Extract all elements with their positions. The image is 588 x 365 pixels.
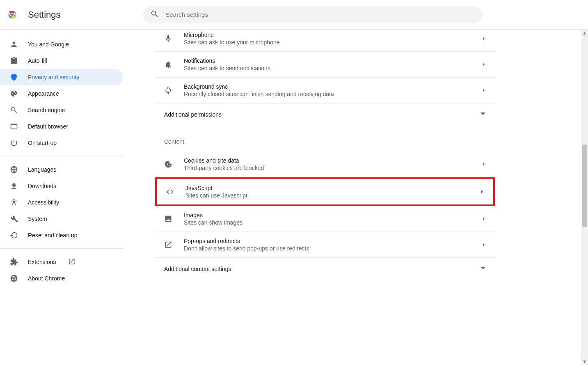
sidebar: You and Google Auto-fill Privacy and sec… bbox=[0, 30, 123, 296]
page-title: Settings bbox=[28, 9, 61, 20]
wrench-icon bbox=[10, 215, 18, 223]
setting-title: Microphone bbox=[184, 32, 482, 38]
chevron-right-icon bbox=[482, 241, 486, 248]
setting-row-javascript[interactable]: JavaScriptSites can use Javascript bbox=[155, 177, 495, 206]
search-bar[interactable] bbox=[143, 6, 483, 23]
microphone-icon bbox=[164, 34, 172, 43]
popup-icon bbox=[164, 241, 172, 249]
chevron-right-icon bbox=[482, 61, 486, 68]
sidebar-item-label: Appearance bbox=[28, 90, 59, 97]
chrome-icon bbox=[10, 274, 18, 282]
setting-row-cookies[interactable]: Cookies and site dataThird-party cookies… bbox=[155, 152, 495, 177]
chevron-right-icon bbox=[482, 215, 486, 223]
sidebar-item-default-browser[interactable]: Default browser bbox=[0, 118, 123, 135]
sidebar-item-you-and-google[interactable]: You and Google bbox=[0, 36, 123, 53]
sidebar-item-label: Privacy and security bbox=[28, 74, 79, 80]
sync-icon bbox=[164, 86, 172, 94]
chevron-right-icon bbox=[482, 87, 486, 94]
restore-icon bbox=[10, 231, 18, 239]
setting-title: JavaScript bbox=[185, 185, 480, 191]
setting-title: Images bbox=[184, 212, 482, 218]
download-icon bbox=[10, 182, 18, 190]
additional-content-row[interactable]: Additional content settings bbox=[155, 258, 495, 280]
scroll-up-icon[interactable]: ▲ bbox=[581, 30, 588, 37]
browser-icon bbox=[10, 122, 18, 131]
main-content: MicrophoneSites can ask to use your micr… bbox=[155, 30, 495, 280]
chrome-logo-icon bbox=[7, 9, 18, 21]
sidebar-item-label: Reset and clean up bbox=[28, 232, 78, 239]
sidebar-item-downloads[interactable]: Downloads bbox=[0, 178, 123, 194]
setting-row-background-sync[interactable]: Background syncRecently closed sites can… bbox=[155, 78, 495, 103]
shield-icon bbox=[10, 73, 18, 81]
chevron-down-icon bbox=[480, 111, 486, 118]
setting-subtitle: Don't allow sites to send pop-ups or use… bbox=[184, 245, 482, 252]
sidebar-item-system[interactable]: System bbox=[0, 211, 123, 227]
sidebar-item-label: Auto-fill bbox=[28, 57, 47, 64]
setting-row-images[interactable]: ImagesSites can show images bbox=[155, 206, 495, 232]
chevron-down-icon bbox=[480, 265, 486, 272]
expand-label: Additional content settings bbox=[164, 266, 231, 272]
content-section-label: Content bbox=[155, 125, 495, 152]
setting-title: Background sync bbox=[184, 83, 482, 90]
scrollbar-thumb[interactable] bbox=[582, 145, 587, 227]
sidebar-item-label: Accessibility bbox=[28, 199, 59, 206]
chevron-right-icon bbox=[480, 188, 484, 195]
setting-title: Notifications bbox=[184, 57, 482, 64]
nav-group-main: You and Google Auto-fill Privacy and sec… bbox=[0, 36, 123, 156]
setting-row-microphone[interactable]: MicrophoneSites can ask to use your micr… bbox=[155, 30, 495, 52]
sidebar-item-label: System bbox=[28, 216, 47, 222]
setting-subtitle: Sites can show images bbox=[184, 219, 482, 226]
scroll-down-icon[interactable]: ▼ bbox=[581, 358, 588, 365]
sidebar-item-startup[interactable]: On start-up bbox=[0, 135, 123, 151]
sidebar-item-extensions[interactable]: Extensions bbox=[0, 254, 123, 270]
sidebar-item-about[interactable]: About Chrome bbox=[0, 270, 123, 287]
scrollbar[interactable]: ▲ ▼ bbox=[581, 30, 588, 365]
chevron-right-icon bbox=[482, 35, 486, 42]
setting-title: Pop-ups and redirects bbox=[184, 238, 482, 244]
setting-subtitle: Sites can ask to send notifications bbox=[184, 65, 482, 71]
nav-group-footer: Extensions About Chrome bbox=[0, 254, 123, 292]
person-icon bbox=[10, 40, 18, 48]
search-icon bbox=[150, 9, 166, 20]
setting-row-popups[interactable]: Pop-ups and redirectsDon't allow sites t… bbox=[155, 232, 495, 258]
image-icon bbox=[164, 215, 172, 223]
sidebar-item-privacy-security[interactable]: Privacy and security bbox=[0, 69, 123, 85]
cookie-icon bbox=[164, 160, 172, 168]
external-link-icon bbox=[68, 258, 76, 266]
sidebar-item-label: Downloads bbox=[28, 183, 56, 189]
additional-permissions-row[interactable]: Additional permissions bbox=[155, 103, 495, 125]
expand-label: Additional permissions bbox=[164, 111, 222, 118]
sidebar-item-search-engine[interactable]: Search engine bbox=[0, 102, 123, 118]
sidebar-item-label: Default browser bbox=[28, 123, 68, 130]
sidebar-item-languages[interactable]: Languages bbox=[0, 161, 123, 178]
palette-icon bbox=[10, 90, 18, 98]
bell-icon bbox=[164, 60, 172, 69]
chevron-right-icon bbox=[482, 161, 486, 168]
sidebar-item-accessibility[interactable]: Accessibility bbox=[0, 194, 123, 211]
search-input[interactable] bbox=[166, 11, 475, 18]
sidebar-item-label: You and Google bbox=[28, 41, 69, 48]
sidebar-item-label: On start-up bbox=[28, 140, 57, 146]
power-icon bbox=[10, 139, 18, 147]
search-icon bbox=[10, 106, 18, 114]
clipboard-icon bbox=[10, 57, 18, 65]
setting-subtitle: Third-party cookies are blocked bbox=[184, 165, 482, 171]
sidebar-item-appearance[interactable]: Appearance bbox=[0, 85, 123, 102]
extension-icon bbox=[10, 258, 18, 266]
setting-row-notifications[interactable]: NotificationsSites can ask to send notif… bbox=[155, 52, 495, 78]
sidebar-item-reset[interactable]: Reset and clean up bbox=[0, 227, 123, 243]
setting-title: Cookies and site data bbox=[184, 157, 482, 164]
setting-subtitle: Sites can ask to use your microphone bbox=[184, 39, 482, 46]
header: Settings bbox=[0, 0, 588, 30]
nav-group-advanced: Languages Downloads Accessibility System… bbox=[0, 161, 123, 249]
code-icon bbox=[166, 188, 174, 196]
globe-icon bbox=[10, 165, 18, 174]
sidebar-item-label: Languages bbox=[28, 166, 56, 173]
setting-subtitle: Recently closed sites can finish sending… bbox=[184, 91, 482, 97]
sidebar-item-label: Extensions bbox=[28, 259, 56, 265]
accessibility-icon bbox=[10, 198, 18, 207]
sidebar-item-autofill[interactable]: Auto-fill bbox=[0, 53, 123, 69]
sidebar-item-label: Search engine bbox=[28, 107, 65, 113]
setting-subtitle: Sites can use Javascript bbox=[185, 192, 480, 199]
sidebar-item-label: About Chrome bbox=[28, 275, 65, 282]
